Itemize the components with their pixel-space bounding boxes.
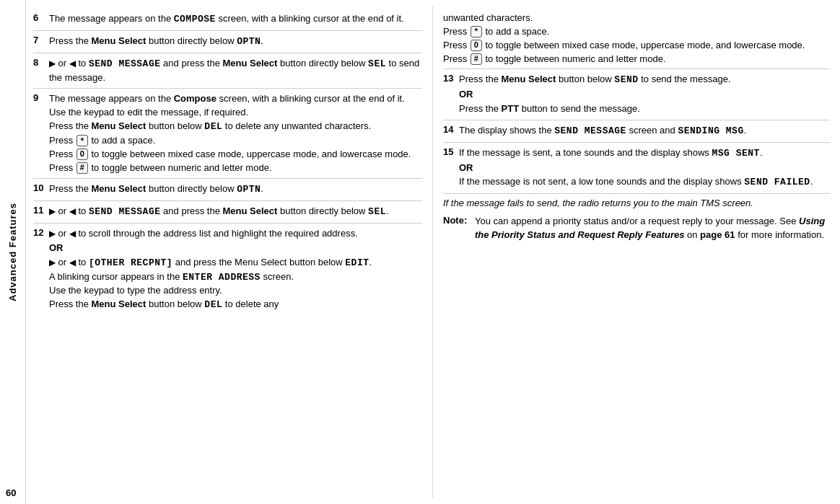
step-10: 10 Press the Menu Select button directly…	[33, 179, 422, 201]
main-content: 6 The message appears on the COMPOSE scr…	[26, 0, 840, 504]
note-section: Note: You can append a priority status a…	[443, 215, 830, 242]
step-12-arrow-left: ◀	[69, 229, 76, 239]
step-6-num: 6	[33, 12, 49, 23]
step-15: 15 If the message is sent, a tone sounds…	[443, 143, 830, 194]
step-11-num: 11	[33, 205, 49, 216]
step-10-num: 10	[33, 182, 49, 193]
step-12-mono-edit: EDIT	[345, 257, 369, 268]
step-9-key-hash: #	[76, 162, 88, 174]
step-12-arrow-right2: ▶	[49, 257, 56, 268]
step-9-content: The message appears on the Compose scree…	[49, 92, 422, 174]
step-13: 13 Press the Menu Select button below SE…	[443, 69, 830, 120]
italic-note-text: If the message fails to send, the radio …	[443, 198, 753, 208]
page-number: 60	[6, 487, 16, 498]
step-9-num: 9	[33, 92, 49, 103]
step-11-mono-sel: SEL	[368, 206, 386, 217]
step-12-continued-text: unwanted characters.	[443, 12, 533, 23]
step-12-content: ▶ or ◀ to scroll through the address lis…	[49, 227, 422, 312]
step-7-mono-optn: OPTN	[237, 36, 261, 47]
step-12-arrow-right: ▶	[49, 229, 56, 239]
step-6-mono-compose: COMPOSE	[174, 14, 216, 25]
step-10-mono-optn: OPTN	[237, 184, 261, 195]
step-10-content: Press the Menu Select button directly be…	[49, 182, 422, 197]
step-14: 14 The display shows the SEND MESSAGE sc…	[443, 120, 830, 143]
step-9-key-star: *	[76, 135, 88, 146]
step-14-mono-sendmsg: SEND MESSAGE	[554, 125, 626, 136]
step-15-mono-msgsent: MSG SENT	[712, 148, 760, 159]
step-12-mono-enteraddr: ENTER ADDRESS	[183, 272, 261, 283]
step-14-mono-sendingmsg: SENDING MSG	[678, 125, 743, 136]
note-label: Note:	[443, 215, 471, 242]
step-8-arrow-left: ◀	[69, 58, 76, 68]
step-7-num: 7	[33, 35, 49, 45]
step-8-mono-sendmsg: SEND MESSAGE	[89, 58, 161, 69]
step-7: 7 Press the Menu Select button directly …	[33, 31, 422, 53]
cont-key-0: 0	[471, 40, 482, 51]
italic-note: If the message fails to send, the radio …	[443, 197, 830, 211]
step-15-content: If the message is sent, a tone sounds an…	[459, 146, 830, 190]
step-12-mono-del: DEL	[204, 299, 222, 310]
step-13-num: 13	[443, 73, 459, 84]
step-11-arrow-left: ◀	[69, 206, 76, 216]
step-12-mono-other: [OTHER RECPNT]	[89, 257, 172, 268]
step-14-num: 14	[443, 124, 459, 135]
step-9: 9 The message appears on the Compose scr…	[33, 89, 422, 179]
step-12: 12 ▶ or ◀ to scroll through the address …	[33, 224, 422, 316]
step-13-or: OR	[459, 89, 473, 100]
step-9-key-0: 0	[76, 149, 88, 160]
step-12-num: 12	[33, 227, 49, 238]
step-11: 11 ▶ or ◀ to SEND MESSAGE and press the …	[33, 201, 422, 224]
step-6-content: The message appears on the COMPOSE scree…	[49, 12, 422, 27]
step-13-content: Press the Menu Select button below SEND …	[459, 73, 830, 115]
step-12-arrow-left2: ◀	[69, 257, 76, 268]
note-feature-title: Using the Priority Status and Request Re…	[475, 216, 825, 240]
step-9-mono-del: DEL	[204, 121, 222, 132]
left-column: 6 The message appears on the COMPOSE scr…	[26, 6, 433, 498]
step-14-content: The display shows the SEND MESSAGE scree…	[459, 124, 830, 138]
step-15-mono-sendfailed: SEND FAILED	[744, 177, 810, 187]
step-12-or: OR	[49, 242, 64, 253]
step-11-arrow-right: ▶	[49, 206, 56, 216]
step-11-content: ▶ or ◀ to SEND MESSAGE and press the Men…	[49, 205, 422, 219]
step-8-mono-sel: SEL	[368, 58, 386, 69]
step-6: 6 The message appears on the COMPOSE scr…	[33, 9, 422, 31]
step-12-continuation: unwanted characters. Press * to add a sp…	[443, 9, 830, 69]
step-13-mono-send: SEND	[614, 74, 638, 85]
right-column: unwanted characters. Press * to add a sp…	[433, 6, 840, 498]
sidebar: Advanced Features	[0, 0, 26, 504]
step-7-content: Press the Menu Select button directly be…	[49, 35, 422, 49]
step-8-arrow-right: ▶	[49, 58, 56, 68]
cont-key-star: *	[471, 26, 482, 37]
note-content: You can append a priority status and/or …	[475, 215, 830, 242]
step-8-num: 8	[33, 57, 49, 68]
sidebar-label: Advanced Features	[7, 203, 18, 301]
step-8: 8 ▶ or ◀ to SEND MESSAGE and press the M…	[33, 53, 422, 89]
step-15-num: 15	[443, 146, 459, 157]
step-8-content: ▶ or ◀ to SEND MESSAGE and press the Men…	[49, 57, 422, 85]
step-11-mono-sendmsg: SEND MESSAGE	[89, 206, 161, 217]
cont-key-hash: #	[471, 53, 482, 65]
note-page-ref: page 61	[700, 229, 735, 240]
step-15-or: OR	[459, 162, 473, 173]
